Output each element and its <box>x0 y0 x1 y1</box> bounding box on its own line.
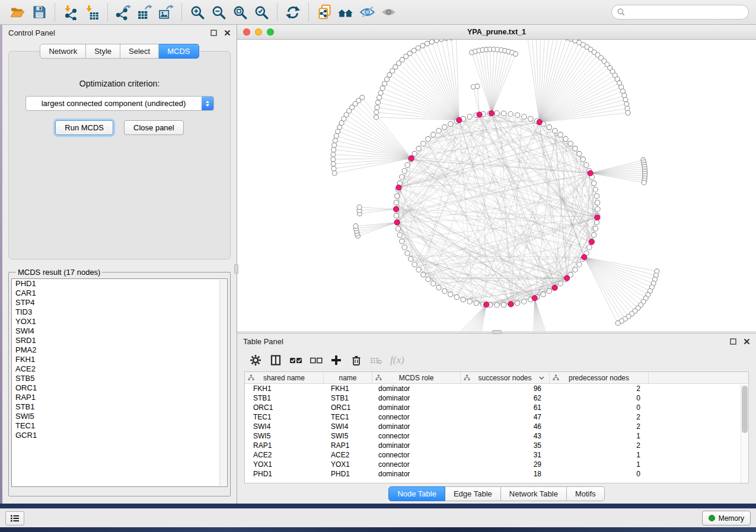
cell-predecessor-nodes[interactable]: 1 <box>550 432 649 440</box>
table-row[interactable]: SWI5SWI5connector431 <box>245 431 748 441</box>
cell-MCDS-role[interactable]: connector <box>372 432 461 440</box>
clipboard-network-icon[interactable] <box>314 2 335 23</box>
table-row[interactable]: RAP1RAP1dominator352 <box>245 441 748 450</box>
memory-button[interactable]: Memory <box>702 511 751 525</box>
cell-shared-name[interactable]: SWI5 <box>245 432 324 440</box>
cell-MCDS-role[interactable]: dominator <box>372 422 461 431</box>
horizontal-splitter[interactable] <box>237 331 756 334</box>
cell-predecessor-nodes[interactable]: 2 <box>550 422 649 431</box>
cell-predecessor-nodes[interactable]: 0 <box>550 470 649 478</box>
table-row[interactable]: YOX1YOX1connector291 <box>245 460 748 469</box>
list-item[interactable]: TID3 <box>12 307 227 317</box>
table-row[interactable]: PHD1PHD1dominator180 <box>245 469 748 479</box>
tab-edge-table[interactable]: Edge Table <box>445 486 501 501</box>
delete-column-trash-icon[interactable] <box>347 352 365 368</box>
list-item[interactable]: PHD1 <box>12 279 227 289</box>
cell-predecessor-nodes[interactable]: 2 <box>550 441 649 450</box>
cell-predecessor-nodes[interactable]: 2 <box>550 384 649 393</box>
cell-MCDS-role[interactable]: connector <box>372 413 461 421</box>
list-item[interactable]: RAP1 <box>12 393 227 402</box>
table-scrollbar[interactable] <box>741 384 748 483</box>
cell-successor-nodes[interactable]: 29 <box>461 460 550 469</box>
tab-mcds[interactable]: MCDS <box>159 44 199 59</box>
vertical-splitter-handle[interactable] <box>234 264 238 274</box>
close-icon[interactable] <box>224 30 231 36</box>
cell-predecessor-nodes[interactable]: 0 <box>550 403 649 412</box>
cell-MCDS-role[interactable]: dominator <box>372 384 461 393</box>
cell-successor-nodes[interactable]: 62 <box>461 394 550 402</box>
export-network-icon[interactable] <box>113 2 134 23</box>
cell-MCDS-role[interactable]: connector <box>372 460 461 469</box>
cell-successor-nodes[interactable]: 47 <box>461 413 550 421</box>
cell-shared-name[interactable]: ACE2 <box>245 451 324 459</box>
tab-node-table[interactable]: Node Table <box>388 486 445 501</box>
import-network-icon[interactable] <box>60 2 81 23</box>
tab-motifs[interactable]: Motifs <box>567 486 605 501</box>
zoom-selected-icon[interactable] <box>251 2 272 23</box>
list-item[interactable]: STB1 <box>12 402 227 412</box>
list-item[interactable]: SRD1 <box>12 336 227 345</box>
cell-successor-nodes[interactable]: 31 <box>461 451 550 459</box>
zoom-in-icon[interactable] <box>187 2 208 23</box>
cell-successor-nodes[interactable]: 35 <box>461 441 550 450</box>
network-canvas[interactable] <box>237 40 756 331</box>
search-box[interactable] <box>611 5 749 20</box>
list-item[interactable]: FKH1 <box>12 355 227 364</box>
houses-icon[interactable] <box>335 2 356 23</box>
tab-select[interactable]: Select <box>120 44 159 59</box>
export-image-icon[interactable] <box>155 2 177 23</box>
save-icon[interactable] <box>28 2 50 23</box>
cell-name[interactable]: STB1 <box>324 394 372 402</box>
column-header-name[interactable]: name <box>324 372 372 383</box>
menu-list-button[interactable] <box>5 511 24 525</box>
list-item[interactable]: GCR1 <box>12 431 227 440</box>
cell-predecessor-nodes[interactable]: 1 <box>550 451 649 459</box>
close-panel-button[interactable]: Close panel <box>124 120 184 135</box>
zoom-out-icon[interactable] <box>208 2 229 23</box>
table-row[interactable]: STB1STB1dominator620 <box>245 393 748 403</box>
cell-shared-name[interactable]: PHD1 <box>245 470 324 478</box>
cell-shared-name[interactable]: ORC1 <box>245 403 324 412</box>
cell-MCDS-role[interactable]: connector <box>372 451 461 459</box>
deselect-all-icon[interactable] <box>307 352 325 368</box>
list-item[interactable]: STP4 <box>12 298 227 307</box>
optimization-select[interactable]: largest connected component (undirected) <box>25 96 214 111</box>
list-scrollbar[interactable] <box>219 280 227 486</box>
list-item[interactable]: STB5 <box>12 374 227 383</box>
cell-MCDS-role[interactable]: dominator <box>372 394 461 402</box>
cell-successor-nodes[interactable]: 46 <box>461 422 550 431</box>
cell-successor-nodes[interactable]: 96 <box>461 384 550 393</box>
cell-name[interactable]: ACE2 <box>324 451 372 459</box>
cell-name[interactable]: SWI4 <box>324 422 372 431</box>
export-table-icon[interactable] <box>134 2 155 23</box>
table-settings-gear-icon[interactable] <box>247 352 264 368</box>
cell-successor-nodes[interactable]: 61 <box>461 403 550 412</box>
float-icon[interactable] <box>210 30 217 36</box>
float-icon[interactable] <box>730 338 736 345</box>
tab-network[interactable]: Network <box>40 44 86 59</box>
network-titlebar[interactable]: YPA_prune.txt_1 <box>237 25 756 40</box>
search-input[interactable] <box>629 8 743 17</box>
table-row[interactable]: SWI4SWI4dominator462 <box>245 422 748 431</box>
cell-name[interactable]: ORC1 <box>324 403 372 412</box>
list-item[interactable]: YOX1 <box>12 317 227 326</box>
close-traffic-light[interactable] <box>243 28 250 36</box>
add-column-plus-icon[interactable] <box>327 352 345 368</box>
cell-MCDS-role[interactable]: dominator <box>372 403 461 412</box>
column-header-predecessor-nodes[interactable]: predecessor nodes <box>550 372 649 383</box>
cell-MCDS-role[interactable]: dominator <box>372 441 461 450</box>
table-row[interactable]: ACE2ACE2connector311 <box>245 450 748 460</box>
minimize-traffic-light[interactable] <box>255 28 262 36</box>
cell-shared-name[interactable]: TEC1 <box>245 413 324 421</box>
eye-icon[interactable] <box>378 2 399 23</box>
list-item[interactable]: SWI5 <box>12 412 227 421</box>
cell-shared-name[interactable]: YOX1 <box>245 460 324 469</box>
mcds-result-list[interactable]: PHD1CAR1STP4TID3YOX1SWI4SRD1PMA2FKH1ACE2… <box>11 278 228 487</box>
column-header-shared-name[interactable]: shared name <box>245 372 324 383</box>
list-item[interactable]: ACE2 <box>12 364 227 374</box>
run-mcds-button[interactable]: Run MCDS <box>55 120 113 135</box>
cell-shared-name[interactable]: FKH1 <box>245 384 324 393</box>
maximize-traffic-light[interactable] <box>267 28 274 36</box>
cell-predecessor-nodes[interactable]: 2 <box>550 413 649 421</box>
cell-successor-nodes[interactable]: 18 <box>461 470 550 478</box>
